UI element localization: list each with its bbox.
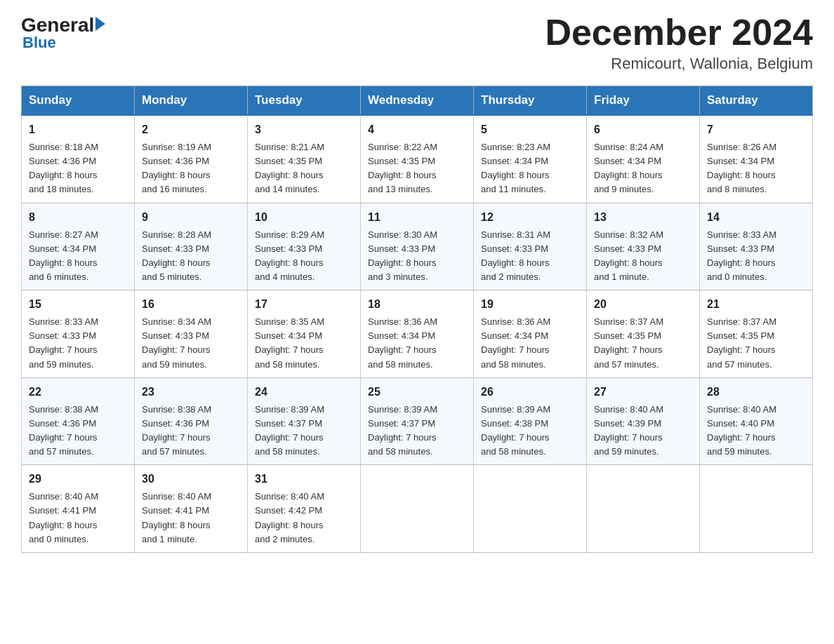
- day-info: Sunrise: 8:24 AMSunset: 4:34 PMDaylight:…: [594, 142, 663, 194]
- day-info: Sunrise: 8:36 AMSunset: 4:34 PMDaylight:…: [481, 316, 550, 369]
- day-number: 9: [142, 209, 240, 226]
- day-number: 20: [594, 296, 692, 313]
- day-number: 4: [368, 121, 466, 138]
- calendar-cell: [700, 465, 813, 553]
- day-info: Sunrise: 8:33 AMSunset: 4:33 PMDaylight:…: [707, 229, 776, 282]
- day-number: 29: [29, 471, 127, 488]
- calendar-cell: 30 Sunrise: 8:40 AMSunset: 4:41 PMDaylig…: [135, 465, 248, 553]
- day-info: Sunrise: 8:22 AMSunset: 4:35 PMDaylight:…: [368, 142, 437, 194]
- day-info: Sunrise: 8:39 AMSunset: 4:38 PMDaylight:…: [481, 404, 550, 457]
- calendar-cell: [587, 465, 700, 553]
- day-info: Sunrise: 8:38 AMSunset: 4:36 PMDaylight:…: [142, 404, 211, 457]
- day-number: 30: [142, 471, 240, 488]
- day-info: Sunrise: 8:40 AMSunset: 4:41 PMDaylight:…: [29, 491, 98, 544]
- day-info: Sunrise: 8:27 AMSunset: 4:34 PMDaylight:…: [29, 229, 98, 282]
- calendar-cell: 23 Sunrise: 8:38 AMSunset: 4:36 PMDaylig…: [135, 377, 248, 465]
- day-info: Sunrise: 8:32 AMSunset: 4:33 PMDaylight:…: [594, 229, 663, 282]
- calendar-cell: 22 Sunrise: 8:38 AMSunset: 4:36 PMDaylig…: [22, 377, 135, 465]
- day-number: 31: [255, 471, 353, 488]
- calendar-cell: 29 Sunrise: 8:40 AMSunset: 4:41 PMDaylig…: [22, 465, 135, 553]
- day-info: Sunrise: 8:23 AMSunset: 4:34 PMDaylight:…: [481, 142, 550, 194]
- calendar-cell: 14 Sunrise: 8:33 AMSunset: 4:33 PMDaylig…: [700, 203, 813, 290]
- calendar-cell: [474, 465, 587, 553]
- day-info: Sunrise: 8:40 AMSunset: 4:40 PMDaylight:…: [707, 404, 776, 457]
- week-row-5: 29 Sunrise: 8:40 AMSunset: 4:41 PMDaylig…: [22, 465, 813, 553]
- calendar-cell: 7 Sunrise: 8:26 AMSunset: 4:34 PMDayligh…: [700, 115, 813, 203]
- day-info: Sunrise: 8:37 AMSunset: 4:35 PMDaylight:…: [594, 316, 663, 369]
- calendar-cell: 11 Sunrise: 8:30 AMSunset: 4:33 PMDaylig…: [361, 203, 474, 290]
- day-number: 17: [255, 296, 353, 313]
- day-number: 23: [142, 384, 240, 401]
- calendar-cell: 1 Sunrise: 8:18 AMSunset: 4:36 PMDayligh…: [22, 115, 135, 203]
- logo-blue: Blue: [22, 34, 56, 52]
- col-wednesday: Wednesday: [361, 86, 474, 116]
- day-number: 19: [481, 296, 579, 313]
- day-number: 27: [594, 384, 692, 401]
- calendar-cell: 10 Sunrise: 8:29 AMSunset: 4:33 PMDaylig…: [248, 203, 361, 290]
- day-number: 21: [707, 296, 805, 313]
- day-number: 12: [481, 209, 579, 226]
- day-number: 16: [142, 296, 240, 313]
- day-info: Sunrise: 8:40 AMSunset: 4:41 PMDaylight:…: [142, 491, 211, 544]
- day-info: Sunrise: 8:36 AMSunset: 4:34 PMDaylight:…: [368, 316, 437, 369]
- calendar-header-row: Sunday Monday Tuesday Wednesday Thursday…: [22, 86, 813, 116]
- day-info: Sunrise: 8:39 AMSunset: 4:37 PMDaylight:…: [255, 404, 324, 457]
- calendar-cell: [361, 465, 474, 553]
- day-info: Sunrise: 8:21 AMSunset: 4:35 PMDaylight:…: [255, 142, 324, 194]
- day-info: Sunrise: 8:40 AMSunset: 4:42 PMDaylight:…: [255, 491, 324, 544]
- calendar-cell: 27 Sunrise: 8:40 AMSunset: 4:39 PMDaylig…: [587, 377, 700, 465]
- calendar-cell: 8 Sunrise: 8:27 AMSunset: 4:34 PMDayligh…: [22, 203, 135, 290]
- day-info: Sunrise: 8:40 AMSunset: 4:39 PMDaylight:…: [594, 404, 663, 457]
- calendar-cell: 3 Sunrise: 8:21 AMSunset: 4:35 PMDayligh…: [248, 115, 361, 203]
- day-number: 26: [481, 384, 579, 401]
- day-number: 22: [29, 384, 127, 401]
- day-number: 14: [707, 209, 805, 226]
- calendar-cell: 26 Sunrise: 8:39 AMSunset: 4:38 PMDaylig…: [474, 377, 587, 465]
- day-number: 15: [29, 296, 127, 313]
- calendar-table: Sunday Monday Tuesday Wednesday Thursday…: [21, 86, 813, 553]
- calendar-cell: 5 Sunrise: 8:23 AMSunset: 4:34 PMDayligh…: [474, 115, 587, 203]
- calendar-cell: 31 Sunrise: 8:40 AMSunset: 4:42 PMDaylig…: [248, 465, 361, 553]
- day-number: 3: [255, 121, 353, 138]
- col-thursday: Thursday: [474, 86, 587, 116]
- calendar-cell: 15 Sunrise: 8:33 AMSunset: 4:33 PMDaylig…: [22, 290, 135, 378]
- calendar-cell: 19 Sunrise: 8:36 AMSunset: 4:34 PMDaylig…: [474, 290, 587, 378]
- calendar-cell: 13 Sunrise: 8:32 AMSunset: 4:33 PMDaylig…: [587, 203, 700, 290]
- calendar-cell: 4 Sunrise: 8:22 AMSunset: 4:35 PMDayligh…: [361, 115, 474, 203]
- day-info: Sunrise: 8:28 AMSunset: 4:33 PMDaylight:…: [142, 229, 211, 282]
- day-info: Sunrise: 8:26 AMSunset: 4:34 PMDaylight:…: [707, 142, 776, 194]
- day-number: 1: [29, 121, 127, 138]
- calendar-cell: 28 Sunrise: 8:40 AMSunset: 4:40 PMDaylig…: [700, 377, 813, 465]
- day-info: Sunrise: 8:29 AMSunset: 4:33 PMDaylight:…: [255, 229, 324, 282]
- day-info: Sunrise: 8:31 AMSunset: 4:33 PMDaylight:…: [481, 229, 550, 282]
- logo-arrow-icon: [95, 17, 105, 31]
- col-monday: Monday: [135, 86, 248, 116]
- day-number: 25: [368, 384, 466, 401]
- week-row-3: 15 Sunrise: 8:33 AMSunset: 4:33 PMDaylig…: [22, 290, 813, 378]
- calendar-cell: 12 Sunrise: 8:31 AMSunset: 4:33 PMDaylig…: [474, 203, 587, 290]
- day-number: 18: [368, 296, 466, 313]
- calendar-cell: 21 Sunrise: 8:37 AMSunset: 4:35 PMDaylig…: [700, 290, 813, 378]
- day-number: 2: [142, 121, 240, 138]
- day-info: Sunrise: 8:19 AMSunset: 4:36 PMDaylight:…: [142, 142, 211, 194]
- calendar-cell: 16 Sunrise: 8:34 AMSunset: 4:33 PMDaylig…: [135, 290, 248, 378]
- calendar-cell: 17 Sunrise: 8:35 AMSunset: 4:34 PMDaylig…: [248, 290, 361, 378]
- day-number: 10: [255, 209, 353, 226]
- day-number: 13: [594, 209, 692, 226]
- day-info: Sunrise: 8:30 AMSunset: 4:33 PMDaylight:…: [368, 229, 437, 282]
- calendar-cell: 25 Sunrise: 8:39 AMSunset: 4:37 PMDaylig…: [361, 377, 474, 465]
- week-row-2: 8 Sunrise: 8:27 AMSunset: 4:34 PMDayligh…: [22, 203, 813, 290]
- calendar-cell: 18 Sunrise: 8:36 AMSunset: 4:34 PMDaylig…: [361, 290, 474, 378]
- col-tuesday: Tuesday: [248, 86, 361, 116]
- week-row-4: 22 Sunrise: 8:38 AMSunset: 4:36 PMDaylig…: [22, 377, 813, 465]
- day-info: Sunrise: 8:18 AMSunset: 4:36 PMDaylight:…: [29, 142, 98, 194]
- calendar-cell: 20 Sunrise: 8:37 AMSunset: 4:35 PMDaylig…: [587, 290, 700, 378]
- day-number: 6: [594, 121, 692, 138]
- calendar-cell: 24 Sunrise: 8:39 AMSunset: 4:37 PMDaylig…: [248, 377, 361, 465]
- day-info: Sunrise: 8:39 AMSunset: 4:37 PMDaylight:…: [368, 404, 437, 457]
- day-number: 5: [481, 121, 579, 138]
- day-info: Sunrise: 8:33 AMSunset: 4:33 PMDaylight:…: [29, 316, 98, 369]
- month-title: December 2024: [545, 14, 813, 51]
- col-sunday: Sunday: [22, 86, 135, 116]
- title-area: December 2024 Remicourt, Wallonia, Belgi…: [545, 14, 813, 73]
